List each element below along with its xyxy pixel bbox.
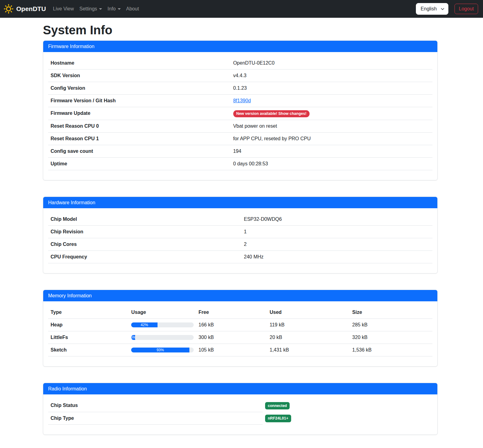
column-header-free: Free [196,306,267,319]
nav-item-info[interactable]: Info [105,4,124,14]
row-value: 1 [242,225,432,238]
chip-status-badge: connected [265,402,290,410]
free-value: 105 kB [196,344,267,356]
row-label: Uptime [48,157,231,170]
caret-down-icon [99,8,102,10]
card-body: Chip Model ESP32-D0WDQ6 Chip Revision 1 … [43,208,437,273]
size-value: 285 kB [350,318,432,331]
row-value: v4.4.3 [231,70,432,82]
column-header-used: Used [267,306,350,319]
size-value: 320 kB [350,331,432,344]
used-value: 20 kB [267,331,350,344]
hardware-table: Chip Model ESP32-D0WDQ6 Chip Revision 1 … [48,213,432,263]
card-header: Radio Information [43,383,437,394]
hardware-information-card: Hardware Information Chip Model ESP32-D0… [43,197,438,273]
table-row: Chip Revision 1 [48,225,432,238]
used-value: 1,431 kB [267,344,350,356]
sketch-progress-track: 93% [131,348,193,352]
chevron-down-icon [440,7,445,11]
table-row: Chip Model ESP32-D0WDQ6 [48,213,432,226]
row-label: Chip Cores [48,238,242,250]
table-row: LittleFs 6% 300 kB 20 kB 320 kB [48,331,432,344]
heap-progress-bar: 42% [131,322,157,327]
navbar: OpenDTU Live View Settings Info About En… [0,0,483,18]
row-value: 194 [231,145,432,157]
usage-cell: 93% [129,344,196,356]
firmware-information-card: Firmware Information Hostname OpenDTU-0E… [43,40,438,180]
row-value: New version available! Show changes! [231,107,432,120]
row-value: nRF24L01+ [263,412,432,425]
card-body: Hostname OpenDTU-0E12C0 SDK Version v4.4… [43,52,437,180]
row-label: Chip Model [48,213,242,226]
progress-label: 6% [131,335,136,340]
row-label: Reset Reason CPU 0 [48,120,231,132]
column-header-size: Size [350,306,432,319]
sketch-progress-bar: 93% [131,348,189,352]
table-row: Sketch 93% 105 kB 1,431 kB 1,536 kB [48,344,432,356]
row-label: Config save count [48,145,231,157]
row-label: Config Version [48,82,231,95]
row-label: Firmware Update [48,107,231,120]
free-value: 300 kB [196,331,267,344]
firmware-update-badge[interactable]: New version available! Show changes! [233,110,310,117]
table-row: Uptime 0 days 00:28:53 [48,157,432,170]
table-header-row: Type Usage Free Used Size [48,306,432,319]
row-label: Sketch [48,344,129,356]
row-value: 0 days 00:28:53 [231,157,432,170]
table-row: Firmware Update New version available! S… [48,107,432,120]
main-content: System Info Firmware Information Hostnam… [43,23,438,435]
row-label: Reset Reason CPU 1 [48,132,231,145]
progress-label: 93% [157,348,164,352]
nav-links: Live View Settings Info About [50,4,142,14]
brand-label: OpenDTU [16,5,46,13]
row-value: for APP CPU, reseted by PRO CPU [231,132,432,145]
language-select[interactable]: English [416,3,448,15]
table-row: Config Version 0.1.23 [48,82,432,95]
usage-cell: 42% [129,318,196,331]
table-row: Config save count 194 [48,145,432,157]
brand-link[interactable]: OpenDTU [4,4,46,14]
card-header: Firmware Information [43,41,437,52]
nav-item-about[interactable]: About [124,4,142,14]
row-label: Chip Type [48,412,263,425]
table-row: Reset Reason CPU 0 Vbat power on reset [48,120,432,132]
language-select-value: English [421,6,437,12]
nav-item-label: Info [108,6,116,12]
row-value: OpenDTU-0E12C0 [231,57,432,70]
table-row: Reset Reason CPU 1 for APP CPU, reseted … [48,132,432,145]
nav-item-label: Live View [53,6,74,12]
logout-button[interactable]: Logout [454,4,478,14]
progress-label: 42% [141,322,148,327]
littlefs-progress-track: 6% [131,335,193,340]
chip-type-badge: nRF24L01+ [265,415,291,422]
table-row: Chip Cores 2 [48,238,432,250]
radio-information-card: Radio Information Chip Status connected … [43,383,438,435]
caret-down-icon [118,8,121,10]
row-value: 8f1390d [231,95,432,107]
memory-information-card: Memory Information Type Usage Free Used … [43,290,438,367]
free-value: 166 kB [196,318,267,331]
row-value: Vbat power on reset [231,120,432,132]
row-label: SDK Version [48,70,231,82]
nav-item-label: About [126,6,139,12]
table-row: Chip Status connected [48,399,432,412]
radio-table: Chip Status connected Chip Type nRF24L01… [48,399,432,425]
littlefs-progress-bar: 6% [131,335,135,340]
card-body: Chip Status connected Chip Type nRF24L01… [43,394,437,435]
card-body: Type Usage Free Used Size Heap 42% [43,301,437,366]
column-header-type: Type [48,306,129,319]
row-label: Chip Status [48,399,263,412]
row-label: CPU Frequency [48,250,242,263]
table-row: SDK Version v4.4.3 [48,70,432,82]
git-hash-link[interactable]: 8f1390d [233,98,251,103]
nav-item-settings[interactable]: Settings [77,4,105,14]
table-row: Chip Type nRF24L01+ [48,412,432,425]
row-value: ESP32-D0WDQ6 [242,213,432,226]
table-row: Heap 42% 166 kB 119 kB 285 kB [48,318,432,331]
page-title: System Info [43,23,438,37]
used-value: 119 kB [267,318,350,331]
row-value: connected [263,399,432,412]
row-label: Hostname [48,57,231,70]
sun-icon [4,4,13,14]
nav-item-live-view[interactable]: Live View [50,4,77,14]
